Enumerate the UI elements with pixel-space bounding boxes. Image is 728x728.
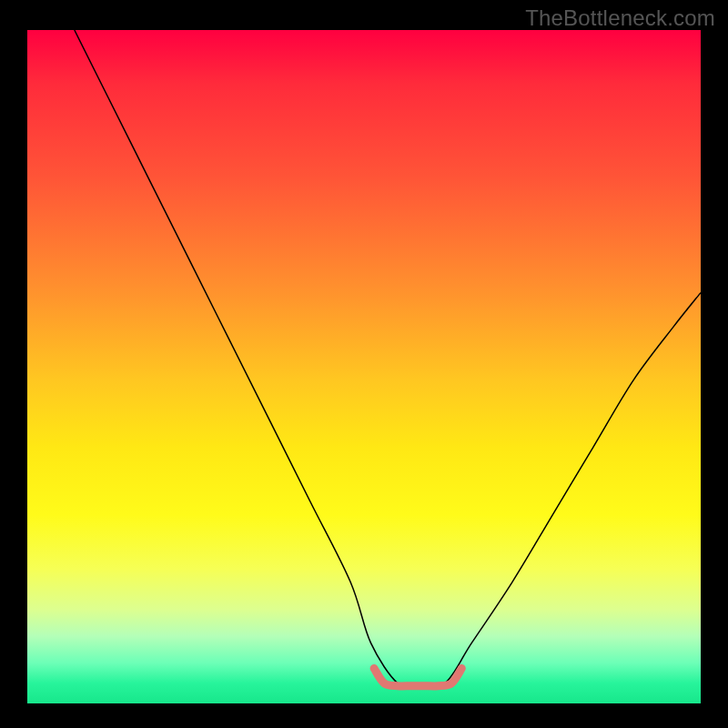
chart-frame: TheBottleneck.com xyxy=(0,0,728,728)
series-group xyxy=(75,30,701,686)
plot-area xyxy=(27,30,701,703)
curve-layer xyxy=(27,30,701,703)
watermark-text: TheBottleneck.com xyxy=(525,5,715,31)
series-v-curve xyxy=(75,30,701,686)
